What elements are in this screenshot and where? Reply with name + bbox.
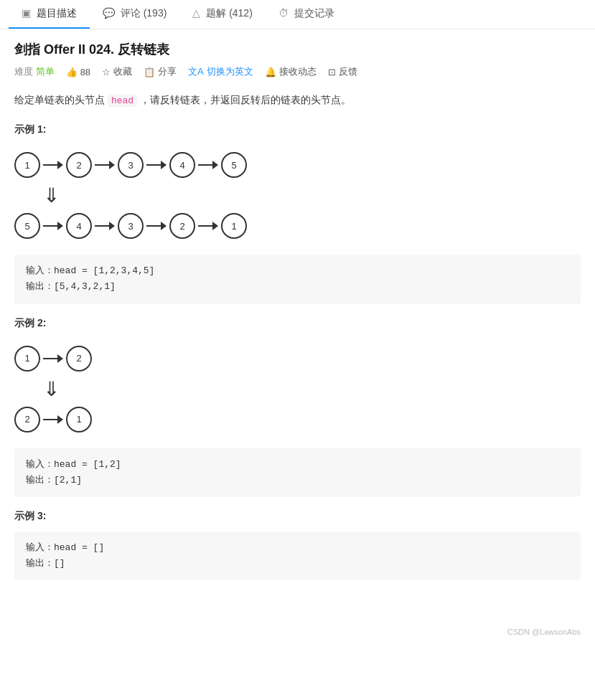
node-1: 1	[14, 152, 40, 178]
before-list-1: 1 2 3 4 5	[14, 152, 581, 178]
down-arrow-icon-2	[43, 377, 57, 401]
node-e2-1: 1	[14, 346, 40, 372]
tab-description[interactable]: ▣ 题目描述	[9, 0, 90, 29]
rnode-2: 2	[169, 213, 195, 239]
rarrow-1	[43, 222, 63, 230]
rnode-e2-1: 1	[66, 407, 92, 432]
clock-icon: ⏱	[278, 7, 289, 19]
thumb-up-icon: 👍	[66, 67, 78, 77]
comment-icon: 💬	[103, 7, 115, 19]
rarrow-2	[95, 222, 115, 230]
feedback-action[interactable]: ⊡ 反馈	[328, 65, 357, 78]
node-2: 2	[66, 152, 92, 178]
node-3: 3	[118, 152, 144, 178]
rarrow-3	[146, 222, 167, 230]
description-icon: ▣	[22, 7, 31, 19]
rarrow-e2-1	[43, 415, 63, 424]
translate-icon: 文A	[188, 65, 204, 78]
tab-comments[interactable]: 💬 评论 (193)	[90, 0, 179, 29]
arrow-1	[43, 161, 63, 169]
node-4: 4	[169, 152, 195, 178]
example-1: 示例 1: 1 2 3 4 5 5 4	[14, 123, 581, 303]
rnode-4: 4	[66, 213, 92, 239]
arrow-e2-1	[43, 354, 63, 363]
arrow-4	[198, 161, 218, 169]
switch-lang-action[interactable]: 文A 切换为英文	[188, 65, 253, 78]
example-3-title: 示例 3:	[14, 510, 581, 523]
arrow-3	[146, 161, 167, 169]
likes-action[interactable]: 👍 88	[66, 67, 90, 77]
star-icon: ☆	[102, 67, 111, 77]
down-arrow-1	[43, 184, 581, 207]
tab-bar: ▣ 题目描述 💬 评论 (193) △ 题解 (412) ⏱ 提交记录	[0, 0, 595, 29]
example-2: 示例 2: 1 2 2 1 输入：head = [1,2] 输出：[2,1]	[14, 317, 581, 497]
tab-submissions[interactable]: ⏱ 提交记录	[266, 0, 347, 29]
feedback-icon: ⊡	[328, 67, 336, 77]
example-1-diagram: 1 2 3 4 5 5 4 3 2	[14, 145, 581, 249]
rarrow-4	[198, 222, 218, 230]
share-icon: 📋	[144, 67, 155, 77]
example-1-code: 输入：head = [1,2,3,4,5] 输出：[5,4,3,2,1]	[14, 255, 581, 303]
example-1-title: 示例 1:	[14, 123, 581, 136]
rnode-5: 5	[14, 213, 40, 239]
problem-title: 剑指 Offer II 024. 反转链表	[14, 41, 581, 58]
node-e2-2: 2	[66, 346, 92, 372]
difficulty-label: 难度 简单	[14, 65, 55, 78]
rnode-1: 1	[221, 213, 247, 239]
after-list-2: 2 1	[14, 407, 581, 432]
node-5: 5	[221, 152, 247, 178]
after-list-1: 5 4 3 2 1	[14, 213, 581, 239]
example-2-title: 示例 2:	[14, 317, 581, 330]
rnode-e2-2: 2	[14, 407, 40, 432]
meta-row: 难度 简单 👍 88 ☆ 收藏 📋 分享 文A 切换为英文 🔔 接收动态 ⊡ 反…	[14, 65, 581, 78]
example-2-code: 输入：head = [1,2] 输出：[2,1]	[14, 448, 581, 497]
example-2-diagram: 1 2 2 1	[14, 339, 581, 443]
down-arrow-2	[43, 377, 581, 401]
arrow-2	[95, 161, 115, 169]
share-action[interactable]: 📋 分享	[144, 65, 177, 78]
down-arrow-icon-1	[43, 184, 57, 207]
watermark: CSDN @LawsonAbs	[0, 620, 595, 643]
tab-solutions[interactable]: △ 题解 (412)	[179, 0, 265, 29]
example-3: 示例 3: 输入：head = [] 输出：[]	[14, 510, 581, 580]
solution-icon: △	[192, 7, 200, 19]
rnode-3: 3	[118, 213, 144, 239]
inline-code-head: head	[108, 95, 137, 107]
problem-description: 给定单链表的头节点 head ，请反转链表，并返回反转后的链表的头节点。	[14, 91, 581, 109]
main-content: 剑指 Offer II 024. 反转链表 难度 简单 👍 88 ☆ 收藏 📋 …	[0, 29, 595, 620]
example-3-code: 输入：head = [] 输出：[]	[14, 531, 581, 580]
subscribe-action[interactable]: 🔔 接收动态	[265, 65, 317, 78]
before-list-2: 1 2	[14, 346, 581, 372]
bell-icon: 🔔	[265, 67, 276, 77]
collect-action[interactable]: ☆ 收藏	[102, 65, 132, 78]
